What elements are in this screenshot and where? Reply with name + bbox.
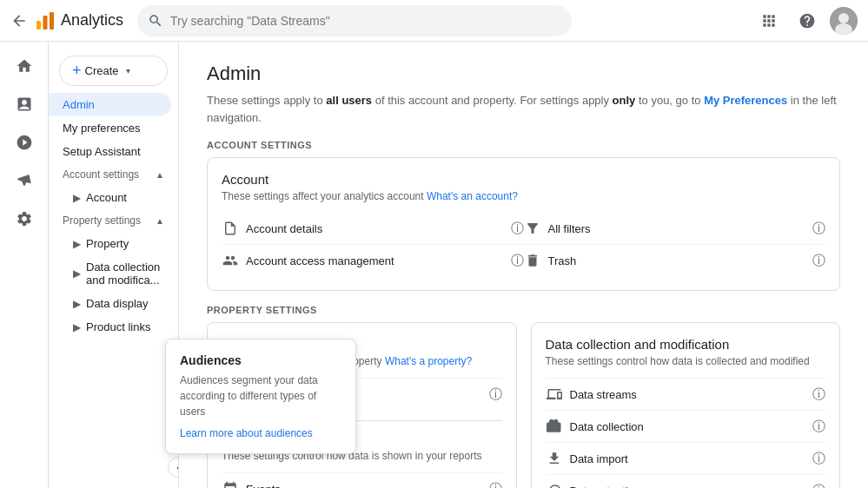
trash-row[interactable]: Trash ⓘ (524, 244, 826, 276)
advertising-icon[interactable] (7, 163, 42, 198)
events-icon (222, 480, 239, 488)
trash-icon (524, 252, 541, 269)
data-collection-card: Data collection and modification These s… (531, 322, 841, 488)
events-label: Events (246, 483, 281, 489)
configure-icon[interactable] (7, 201, 42, 236)
topbar-right (753, 5, 858, 36)
trash-info-icon[interactable]: ⓘ (812, 253, 825, 269)
data-streams-label: Data streams (570, 388, 637, 401)
doc-icon (222, 220, 239, 237)
import-icon (546, 450, 563, 467)
chevron-right-icon4: ▶ (73, 298, 81, 310)
chevron-up-icon: ▲ (156, 170, 164, 180)
my-preferences-link[interactable]: My Preferences (704, 94, 787, 107)
home-icon[interactable] (7, 49, 42, 83)
sidebar-item-product-links[interactable]: ▶ Product links (49, 315, 178, 339)
svg-rect-0 (36, 21, 41, 30)
create-label: Create (85, 64, 119, 77)
sidebar-item-account[interactable]: ▶ Account (49, 186, 178, 209)
property-details-info-icon[interactable]: ⓘ (489, 386, 502, 403)
app-title: Analytics (61, 11, 123, 30)
account-settings-group[interactable]: Account settings ▲ (49, 163, 178, 186)
trash-label: Trash (548, 254, 577, 267)
apps-icon[interactable] (753, 5, 785, 36)
page-description: These settings apply to all users of thi… (207, 92, 840, 126)
page-title: Admin (207, 63, 840, 85)
chevron-right-icon3: ▶ (73, 267, 81, 280)
account-settings-label: Account settings (63, 168, 139, 181)
chevron-right-icon2: ▶ (73, 238, 81, 250)
account-card-desc: These settings affect your analytics acc… (222, 190, 825, 202)
data-retention-info-icon[interactable]: ⓘ (812, 483, 825, 489)
property-settings-label: Property settings (63, 214, 141, 227)
sidebar-item-property[interactable]: ▶ Property (49, 232, 178, 255)
sidebar-collapse-button[interactable]: ‹ (168, 457, 179, 478)
help-icon[interactable] (792, 5, 823, 36)
sidebar-item-data-display[interactable]: ▶ Data display (49, 292, 178, 315)
setup-assistant-label: Setup Assistant (63, 145, 141, 158)
app-logo: Analytics (35, 10, 123, 31)
sidebar-item-setup-assistant[interactable]: Setup Assistant (49, 140, 171, 163)
data-streams-info-icon[interactable]: ⓘ (812, 386, 825, 403)
chevron-right-icon: ▶ (73, 192, 81, 204)
svg-rect-2 (50, 12, 54, 30)
search-bar[interactable] (137, 5, 572, 36)
sidebar-item-data-collection[interactable]: ▶ Data collection and modifica... (49, 255, 178, 292)
data-collection-info-icon[interactable]: ⓘ (812, 419, 825, 435)
my-preferences-label: My preferences (63, 122, 141, 135)
data-import-row[interactable]: Data import ⓘ (546, 442, 826, 474)
account-access-info-icon[interactable]: ⓘ (511, 253, 524, 269)
events-info-icon[interactable]: ⓘ (489, 481, 502, 489)
dropdown-arrow-icon: ▾ (126, 66, 130, 76)
topbar: Analytics (0, 0, 868, 42)
user-avatar[interactable] (830, 7, 858, 35)
data-retention-row[interactable]: Data retention ⓘ (546, 474, 826, 488)
people-icon (222, 252, 239, 269)
search-input[interactable] (170, 14, 561, 28)
property-settings-section-label: PROPERTY SETTINGS (207, 305, 840, 315)
whats-property-link[interactable]: What's a property? (385, 355, 472, 367)
account-card: Account These settings affect your analy… (207, 157, 840, 291)
audiences-tooltip: Audiences Audiences segment your data ac… (165, 339, 356, 454)
events-row[interactable]: Events ⓘ (222, 472, 502, 488)
account-details-info-icon[interactable]: ⓘ (511, 221, 524, 237)
account-settings-section-label: ACCOUNT SETTINGS (207, 140, 840, 150)
account-access-label: Account access management (246, 254, 394, 267)
data-import-info-icon[interactable]: ⓘ (812, 451, 825, 467)
all-filters-row[interactable]: All filters ⓘ (524, 213, 826, 244)
sidebar-item-my-preferences[interactable]: My preferences (49, 116, 171, 140)
data-import-label: Data import (570, 452, 628, 465)
main-layout: + Create ▾ Admin My preferences Setup As… (0, 42, 868, 488)
tooltip-title: Audiences (180, 353, 341, 367)
right-column: Data collection and modification These s… (531, 322, 841, 488)
data-collection-title: Data collection and modification (546, 337, 826, 352)
icon-rail (0, 42, 49, 488)
explore-icon[interactable] (7, 125, 42, 160)
data-collection-row[interactable]: Data collection ⓘ (546, 410, 826, 442)
admin-label: Admin (63, 98, 95, 111)
data-collection-label: Data collection (570, 420, 644, 433)
account-details-row[interactable]: Account details ⓘ (222, 213, 524, 244)
collection-icon (546, 418, 563, 435)
back-button[interactable] (10, 12, 28, 30)
streams-icon (546, 386, 563, 403)
data-streams-row[interactable]: Data streams ⓘ (546, 378, 826, 410)
plus-icon: + (72, 62, 82, 80)
reports-icon[interactable] (7, 87, 42, 122)
tooltip-desc: Audiences segment your data according to… (180, 373, 341, 419)
account-access-row[interactable]: Account access management ⓘ (222, 244, 524, 276)
data-collection-desc: These settings control how data is colle… (546, 355, 826, 367)
property-settings-group[interactable]: Property settings ▲ (49, 209, 178, 232)
svg-point-4 (838, 13, 849, 23)
sidebar-item-admin[interactable]: Admin (49, 93, 171, 116)
create-button[interactable]: + Create ▾ (59, 56, 168, 86)
all-filters-label: All filters (548, 222, 591, 235)
whats-account-link[interactable]: What's an account? (427, 190, 518, 202)
filter-icon (524, 220, 541, 237)
tooltip-learn-more-link[interactable]: Learn more about audiences (180, 427, 313, 439)
retention-icon (546, 482, 563, 488)
account-details-label: Account details (246, 222, 322, 235)
sidebar: + Create ▾ Admin My preferences Setup As… (49, 42, 179, 488)
all-filters-info-icon[interactable]: ⓘ (812, 221, 825, 237)
chevron-right-icon5: ▶ (73, 321, 81, 333)
